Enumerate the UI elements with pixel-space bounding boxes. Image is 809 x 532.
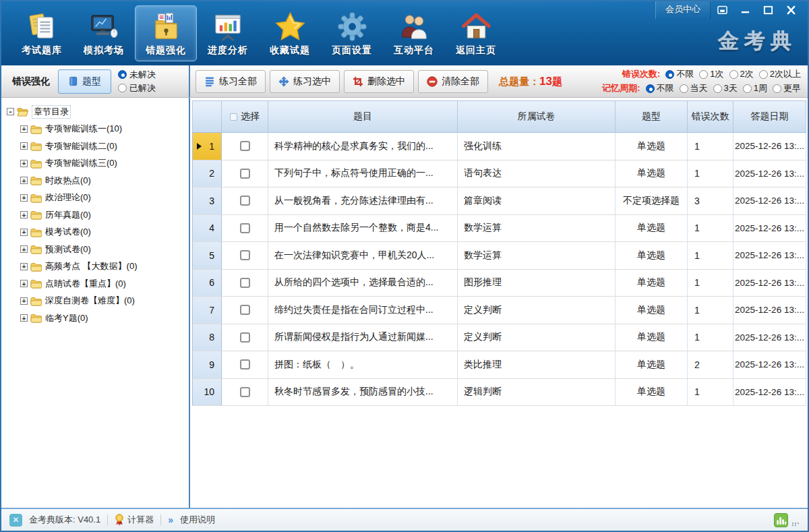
row-checkbox[interactable] (240, 196, 250, 206)
table-row[interactable]: 8所谓新闻侵权是指行为人通过新闻媒...定义判断单选题12025-12-26 1… (192, 324, 806, 352)
content-area: -章节目录+专项智能训练一(10)+专项智能训练二(0)+专项智能训练三(0)+… (1, 98, 808, 508)
close-icon[interactable] (779, 2, 802, 18)
table-row[interactable]: 6从所给的四个选项中，选择最合适的...图形推理单选题12025-12-26 1… (192, 270, 806, 297)
row-checkbox[interactable] (240, 141, 250, 151)
errors-text: 2 (694, 359, 700, 370)
filter-1-option-2[interactable]: 3天 (713, 82, 738, 94)
tree-item[interactable]: +专项智能训练三(0) (7, 155, 186, 173)
total-value: 13 (539, 75, 552, 88)
delete-chosen-button[interactable]: 删除选中 (344, 70, 414, 93)
tree-item[interactable]: +政治理论(0) (7, 189, 186, 207)
expand-icon[interactable]: + (20, 263, 28, 270)
tree-item[interactable]: +专项智能训练二(0) (7, 138, 186, 155)
tree-item[interactable]: +点睛试卷【重点】(0) (7, 275, 186, 293)
tray-icon[interactable] (711, 2, 733, 18)
toolbar-item-exam-bank[interactable]: 考试题库 (11, 5, 73, 61)
tree-item[interactable]: +预测试卷(0) (7, 241, 186, 258)
row-checkbox[interactable] (240, 250, 250, 260)
radio-selected-icon (665, 70, 674, 79)
row-checkbox[interactable] (240, 332, 250, 343)
select-all-checkbox[interactable] (230, 113, 237, 121)
practice-chosen-button[interactable]: 练习选中 (270, 70, 340, 93)
question-cell: 用一个自然数去除另一个整数，商是4... (268, 215, 458, 243)
table-row[interactable]: 7缔约过失责任是指在合同订立过程中...定义判断单选题12025-12-26 1… (192, 297, 806, 324)
calculator-button[interactable]: 计算器 (115, 514, 154, 526)
tree-item[interactable]: +时政热点(0) (7, 172, 186, 189)
radio-solve-1[interactable]: 已解决 (118, 82, 156, 94)
select-cell (222, 324, 268, 352)
row-checkbox[interactable] (240, 278, 250, 288)
toolbar-item-home[interactable]: 返回主页 (445, 5, 507, 61)
toolbar-item-wrong-question[interactable]: 错题强化 (135, 5, 197, 61)
row-number-cell: 7 (192, 297, 222, 324)
tree-item[interactable]: +临考Y题(0) (7, 309, 186, 327)
maximize-icon[interactable] (756, 2, 779, 18)
radio-solve-0[interactable]: 未解决 (118, 69, 156, 81)
table-row[interactable]: 9拼图：纸板（ ）。类比推理单选题22025-12-26 13:... (192, 351, 806, 379)
filter-1-option-4[interactable]: 更早 (773, 82, 801, 94)
row-checkbox[interactable] (240, 387, 250, 397)
filter-0-option-1[interactable]: 1次 (699, 68, 723, 80)
help-button[interactable]: 使用说明 (180, 514, 215, 526)
expand-icon[interactable]: + (20, 314, 28, 322)
resize-grip[interactable] (792, 523, 800, 526)
tree-item[interactable]: +深度自测卷【难度】(0) (7, 293, 186, 310)
row-checkbox[interactable] (240, 223, 250, 233)
toolbar-item-progress[interactable]: 进度分析 (197, 5, 259, 61)
date-cell: 2025-12-26 13:... (733, 270, 806, 297)
expand-icon[interactable]: + (20, 245, 28, 253)
green-chart-icon[interactable] (774, 513, 788, 527)
version-text: 金考典版本: V40.1 (29, 514, 100, 526)
table-row[interactable]: 5在一次法律知识竞赛中，甲机关20人...数学运算单选题12025-12-26 … (192, 242, 806, 270)
filter-1-option-0[interactable]: 不限 (646, 82, 674, 94)
toolbar-item-mock-exam[interactable]: 模拟考场 (73, 5, 135, 61)
window-controls: 会员中心 (655, 1, 802, 19)
paper-text: 逻辑判断 (464, 386, 502, 398)
expand-icon[interactable]: + (20, 177, 28, 184)
header-date: 答题日期 (733, 100, 806, 133)
tree-item[interactable]: +历年真题(0) (7, 206, 186, 224)
tree-item[interactable]: +专项智能训练一(10) (7, 121, 186, 138)
filter-1-option-3[interactable]: 1周 (743, 82, 767, 94)
date-cell: 2025-12-26 13:... (733, 379, 806, 407)
list-icon (204, 76, 215, 87)
row-checkbox[interactable] (240, 359, 250, 370)
table-row[interactable]: 10秋冬时节感冒多发，预防感冒的小技...逻辑判断单选题12025-12-26 … (192, 379, 806, 407)
clear-all-button[interactable]: 清除全部 (418, 70, 488, 93)
table-row[interactable]: 4用一个自然数去除另一个整数，商是4...数学运算单选题12025-12-26 … (192, 215, 806, 243)
header-label: 错误次数 (692, 111, 729, 123)
expand-icon[interactable]: + (20, 125, 28, 133)
radio-unselected-icon (743, 84, 752, 93)
toolbar-item-community[interactable]: 互动平台 (383, 5, 445, 61)
practice-all-button[interactable]: 练习全部 (196, 70, 266, 93)
expand-icon[interactable]: + (20, 229, 28, 236)
filter-0-option-0[interactable]: 不限 (665, 68, 694, 80)
expand-icon[interactable]: + (20, 297, 28, 305)
solve-state-radios: 未解决已解决 (118, 69, 156, 94)
expand-icon[interactable]: + (20, 194, 28, 202)
table-row[interactable]: 2下列句子中，标点符号使用正确的一...语句表达单选题12025-12-26 1… (192, 160, 806, 188)
toolbar-item-favorites[interactable]: 收藏试题 (259, 5, 321, 61)
folder-lock-icon (149, 9, 183, 43)
radio-label: 1周 (754, 82, 767, 94)
filter-0-option-3[interactable]: 2次以上 (759, 68, 801, 80)
question-type-button[interactable]: 题型 (58, 69, 111, 94)
tree-item[interactable]: +高频考点 【大数据】(0) (7, 258, 186, 276)
row-checkbox[interactable] (240, 305, 250, 315)
filter-0-option-2[interactable]: 2次 (729, 68, 754, 80)
filter-1-option-1[interactable]: 当天 (680, 82, 708, 94)
collapse-icon[interactable]: - (7, 108, 14, 115)
row-checkbox[interactable] (240, 169, 250, 179)
tree-item[interactable]: +模考试卷(0) (7, 224, 186, 241)
member-center-button[interactable]: 会员中心 (655, 1, 711, 19)
expand-icon[interactable]: + (20, 142, 28, 150)
tree-root[interactable]: -章节目录 (7, 103, 186, 121)
minimize-icon[interactable] (733, 2, 756, 18)
toolbar-item-page-settings[interactable]: 页面设置 (321, 5, 383, 61)
expand-icon[interactable]: + (20, 280, 28, 287)
radio-unselected-icon (729, 70, 738, 79)
expand-icon[interactable]: + (20, 211, 28, 218)
table-row[interactable]: 3从一般视角看，充分陈述法律理由有...篇章阅读不定项选择题32025-12-2… (192, 187, 806, 215)
table-row[interactable]: 1科学精神的核心是求真务实，我们的...强化训练单选题12025-12-26 1… (192, 133, 806, 160)
expand-icon[interactable]: + (20, 160, 28, 167)
